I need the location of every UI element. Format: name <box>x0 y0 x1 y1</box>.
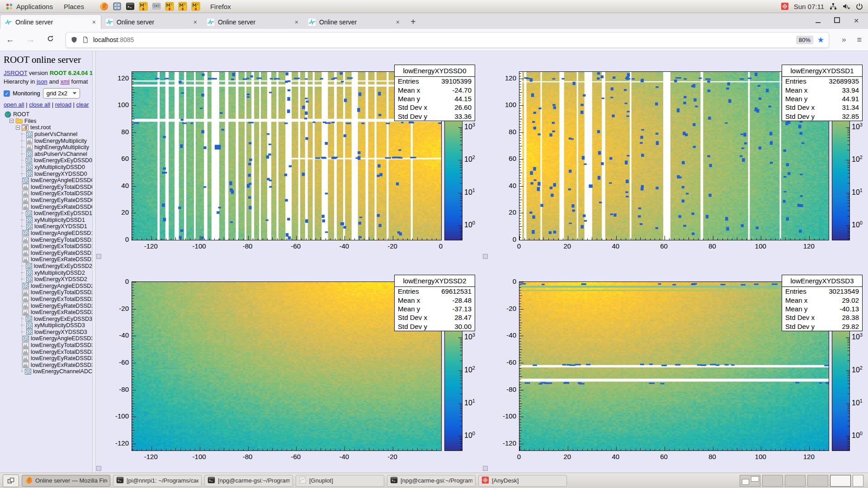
midas-icon[interactable] <box>178 2 187 11</box>
tree-item-lowEnergyExTotalDSSD3[interactable]: lowEnergyExTotalDSSD3 <box>4 348 92 355</box>
taskbar-item-5[interactable]: [npg@carme-gsi:~/Programs/CAR... <box>387 475 476 487</box>
tree-item-pulserVsChannel[interactable]: pulserVsChannel <box>4 131 92 138</box>
terminal-icon[interactable] <box>126 2 135 11</box>
tab-close-icon[interactable]: × <box>193 19 198 26</box>
page-info-icon[interactable] <box>82 36 89 43</box>
xml-link[interactable]: xml <box>61 78 70 85</box>
tree-item-lowEnergyXYDSSD3[interactable]: lowEnergyXYDSSD3 <box>4 329 92 336</box>
tree-item-lowEnergyExRateDSSD3[interactable]: lowEnergyExRateDSSD3 <box>4 362 92 369</box>
toolbar-overflow-icon[interactable]: » <box>837 35 850 44</box>
workspace-cell-1[interactable] <box>740 475 760 487</box>
tree-item-lowEnergyExTotalDSSD2[interactable]: lowEnergyExTotalDSSD2 <box>4 296 92 303</box>
power-icon[interactable] <box>855 2 863 10</box>
workspace-cell-3[interactable] <box>785 475 806 487</box>
tree-item-lowEnergyExRateDSSD2[interactable]: lowEnergyExRateDSSD2 <box>4 309 92 316</box>
tree-item-lowEnergyAngleEDSSD2[interactable]: lowEnergyAngleEDSSD2 <box>4 282 92 289</box>
tree-item-lowEnergyEyRateDSSD3[interactable]: lowEnergyEyRateDSSD3 <box>4 355 92 362</box>
taskbar-item-6[interactable]: [AnyDesk] <box>478 475 567 487</box>
tree-folder-files[interactable]: Files <box>4 118 92 125</box>
tree-item-lowEnergyEyTotalDSSD0[interactable]: lowEnergyEyTotalDSSD0 <box>4 184 92 191</box>
tree-item-lowEnergyExEyDSSD1[interactable]: lowEnergyExEyDSSD1 <box>4 210 92 217</box>
action-reload[interactable]: reload <box>55 101 71 108</box>
collapse-toggle-icon[interactable] <box>9 119 14 123</box>
minimize-button[interactable] <box>816 17 821 25</box>
workspace-cell-2[interactable] <box>762 475 783 487</box>
tree-item-xyMultiplicityDSSD1[interactable]: xyMultiplicityDSSD1 <box>4 217 92 224</box>
new-tab-button[interactable]: + <box>405 17 421 29</box>
tree-item-lowEnergyEyRateDSSD2[interactable]: lowEnergyEyRateDSSD2 <box>4 302 92 309</box>
tree-item-lowEnergyAngleEDSSD3[interactable]: lowEnergyAngleEDSSD3 <box>4 335 92 342</box>
tree-item-highEnergyMultiplicity[interactable]: highEnergyMultiplicity <box>4 144 92 151</box>
tree-item-lowEnergyEyRateDSSD1[interactable]: lowEnergyEyRateDSSD1 <box>4 249 92 256</box>
jsroot-link[interactable]: JSROOT <box>4 70 28 76</box>
layout-select[interactable]: grid 2x2 <box>43 88 80 99</box>
taskbar-item-2[interactable]: [pi@nnrpi1: ~/Programs/caenlogg... <box>113 475 202 487</box>
midas-icon[interactable] <box>165 2 174 11</box>
bookmark-star-icon[interactable]: ★ <box>817 35 824 45</box>
tree-item-lowEnergyExTotalDSSD1[interactable]: lowEnergyExTotalDSSD1 <box>4 243 92 250</box>
tree-item-lowEnergyMultiplicity[interactable]: lowEnergyMultiplicity <box>4 137 92 144</box>
close-window-button[interactable]: ✕ <box>854 17 859 24</box>
tree-item-lowEnergyChannelADC[interactable]: lowEnergyChannelADC <box>4 368 92 375</box>
tree-file-testroot[interactable]: test.root <box>4 124 92 131</box>
tree-item-lowEnergyEyTotalDSSD1[interactable]: lowEnergyEyTotalDSSD1 <box>4 236 92 243</box>
applications-menu[interactable]: Applications <box>0 0 58 13</box>
monitoring-checkbox[interactable]: ✓ <box>4 90 10 97</box>
tree-item-lowEnergyXYDSSD0[interactable]: lowEnergyXYDSSD0 <box>4 170 92 177</box>
tree-item-lowEnergyExEyDSSD0[interactable]: lowEnergyExEyDSSD0 <box>4 157 92 164</box>
grid-splitter-handle[interactable] <box>96 466 101 471</box>
grid-splitter-handle[interactable] <box>483 466 488 471</box>
reload-button[interactable] <box>41 35 60 45</box>
midas-icon[interactable] <box>139 2 148 11</box>
tree-item-xyMultiplicityDSSD0[interactable]: xyMultiplicityDSSD0 <box>4 164 92 171</box>
json-link[interactable]: json <box>37 78 47 85</box>
tree-item-lowEnergyEyRateDSSD0[interactable]: lowEnergyEyRateDSSD0 <box>4 197 92 204</box>
tree-item-absPulserVsChannel[interactable]: absPulserVsChannel <box>4 151 92 158</box>
tab-close-icon[interactable]: × <box>91 19 97 26</box>
browser-tab-1[interactable]: Online server× <box>0 15 101 29</box>
maximize-button[interactable] <box>834 17 840 25</box>
volume-muted-icon[interactable] <box>842 2 850 10</box>
tree-item-lowEnergyAngleEDSSD0[interactable]: lowEnergyAngleEDSSD0 <box>4 177 92 184</box>
action-open-all[interactable]: open all <box>4 101 24 108</box>
grid-splitter-handle[interactable] <box>96 254 101 259</box>
url-bar[interactable]: localhost:8085 80% ★ <box>66 32 829 48</box>
tab-close-icon[interactable]: × <box>294 19 299 26</box>
network-icon[interactable] <box>829 2 837 10</box>
tree-item-xyMultiplicityDSSD2[interactable]: xyMultiplicityDSSD2 <box>4 269 92 276</box>
tree-item-lowEnergyEyTotalDSSD2[interactable]: lowEnergyEyTotalDSSD2 <box>4 289 92 296</box>
tree-item-lowEnergyExRateDSSD0[interactable]: lowEnergyExRateDSSD0 <box>4 203 92 210</box>
anydesk-tray-icon[interactable] <box>781 2 789 10</box>
taskbar-item-1[interactable]: Online server — Mozilla Firefox <box>22 475 110 487</box>
tree-item-lowEnergyEyTotalDSSD3[interactable]: lowEnergyEyTotalDSSD3 <box>4 342 92 349</box>
tree-item-xyMultiplicityDSSD3[interactable]: xyMultiplicityDSSD3 <box>4 322 92 329</box>
files-icon[interactable] <box>113 2 122 11</box>
zoom-level-badge[interactable]: 80% <box>796 36 813 44</box>
tree-item-lowEnergyExEyDSSD3[interactable]: lowEnergyExEyDSSD3 <box>4 315 92 322</box>
tree-item-lowEnergyExEyDSSD2[interactable]: lowEnergyExEyDSSD2 <box>4 263 92 270</box>
places-menu[interactable]: Places <box>58 0 90 13</box>
taskbar-item-3[interactable]: [npg@carme-gsi:~/Programs/caenl... <box>204 475 293 487</box>
hamburger-menu-icon[interactable]: ≡ <box>850 35 868 45</box>
tab-close-icon[interactable]: × <box>395 19 401 26</box>
window-switcher-button[interactable] <box>3 474 19 487</box>
clock[interactable]: Sun 07:11 <box>794 3 824 10</box>
tree-item-lowEnergyXYDSSD2[interactable]: lowEnergyXYDSSD2 <box>4 276 92 283</box>
tree-item-lowEnergyExTotalDSSD0[interactable]: lowEnergyExTotalDSSD0 <box>4 190 92 197</box>
show-desktop-cell[interactable] <box>853 475 863 487</box>
taskbar-item-4[interactable]: [Gnuplot] <box>296 475 384 487</box>
url-text[interactable]: localhost:8085 <box>93 36 134 43</box>
tree-item-lowEnergyExRateDSSD1[interactable]: lowEnergyExRateDSSD1 <box>4 256 92 263</box>
workspace-cell-4[interactable] <box>807 475 828 487</box>
forward-button[interactable]: → <box>20 35 41 45</box>
browser-tab-3[interactable]: Online server× <box>203 15 303 29</box>
tree-item-lowEnergyAngleEDSSD1[interactable]: lowEnergyAngleEDSSD1 <box>4 230 92 237</box>
sidebar-scrollbar[interactable] <box>92 51 96 473</box>
tree-item-lowEnergyXYDSSD1[interactable]: lowEnergyXYDSSD1 <box>4 223 92 230</box>
screenshot-icon[interactable] <box>152 2 161 11</box>
browser-tab-2[interactable]: Online server× <box>102 15 202 29</box>
tree-root[interactable]: ROOT <box>4 111 92 118</box>
grid-splitter-handle[interactable] <box>483 254 488 259</box>
collapse-toggle-icon[interactable] <box>16 126 20 130</box>
action-close-all[interactable]: close all <box>29 101 50 108</box>
